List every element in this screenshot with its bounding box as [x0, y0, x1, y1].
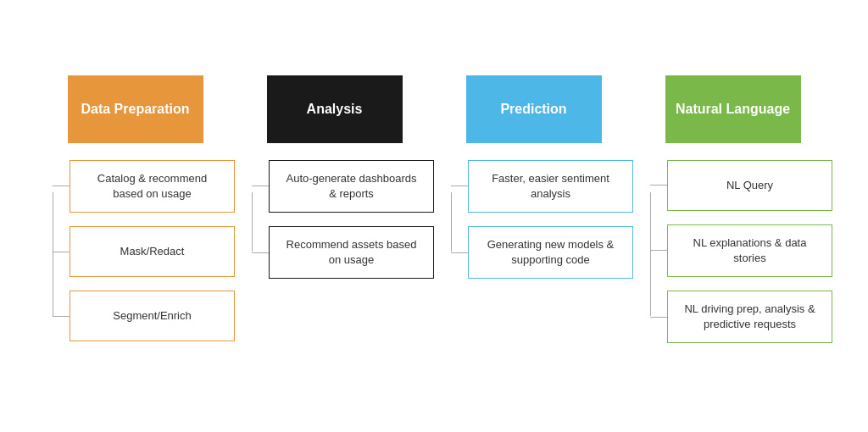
connector-line	[650, 317, 667, 318]
item-row: Recommend assets based on usage	[252, 226, 434, 279]
header-analysis: Analysis	[267, 75, 403, 143]
items-wrap-analysis: Auto-generate dashboards & reportsRecomm…	[235, 160, 434, 293]
item-row: Faster, easier sentiment analysis	[451, 160, 633, 213]
item-row: NL explanations & data stories	[650, 224, 832, 277]
items-wrap-data-preparation: Catalog & recommend based on usageMask/R…	[36, 160, 235, 355]
list-item: Auto-generate dashboards & reports	[269, 160, 434, 213]
column-analysis: AnalysisAuto-generate dashboards & repor…	[235, 75, 434, 293]
list-item: Segment/Enrich	[70, 291, 235, 341]
connector-line	[53, 252, 70, 252]
item-row: Mask/Redact	[53, 226, 235, 277]
header-natural-language: Natural Language	[665, 75, 801, 143]
list-item: Generating new models & supporting code	[468, 226, 633, 279]
item-row: Segment/Enrich	[53, 291, 235, 341]
header-prediction: Prediction	[466, 75, 602, 143]
list-item: Recommend assets based on usage	[269, 226, 434, 279]
items-wrap-prediction: Faster, easier sentiment analysisGenerat…	[434, 160, 633, 293]
diagram: Data PreparationCatalog & recommend base…	[27, 58, 841, 374]
list-item: NL explanations & data stories	[667, 224, 832, 277]
item-row: NL driving prep, analysis & predictive r…	[650, 291, 832, 343]
list-item: NL Query	[667, 160, 832, 211]
column-prediction: PredictionFaster, easier sentiment analy…	[434, 75, 633, 293]
item-row: Generating new models & supporting code	[451, 226, 633, 279]
items-wrap-natural-language: NL QueryNL explanations & data storiesNL…	[633, 160, 832, 357]
list-item: NL driving prep, analysis & predictive r…	[667, 291, 832, 343]
connector-line	[451, 186, 468, 186]
list-item: Mask/Redact	[70, 226, 235, 277]
column-data-preparation: Data PreparationCatalog & recommend base…	[36, 75, 235, 355]
column-natural-language: Natural LanguageNL QueryNL explanations …	[633, 75, 832, 357]
connector-line	[53, 186, 70, 186]
list-item: Catalog & recommend based on usage	[70, 160, 235, 213]
connector-line	[252, 252, 269, 253]
connector-line	[252, 186, 269, 186]
connector-line	[451, 252, 468, 253]
connector-line	[53, 316, 70, 317]
connector-line	[650, 185, 667, 186]
header-data-preparation: Data Preparation	[68, 75, 203, 143]
connector-line	[650, 250, 667, 251]
item-row: Auto-generate dashboards & reports	[252, 160, 434, 213]
list-item: Faster, easier sentiment analysis	[468, 160, 633, 213]
item-row: Catalog & recommend based on usage	[53, 160, 235, 213]
item-row: NL Query	[650, 160, 832, 211]
